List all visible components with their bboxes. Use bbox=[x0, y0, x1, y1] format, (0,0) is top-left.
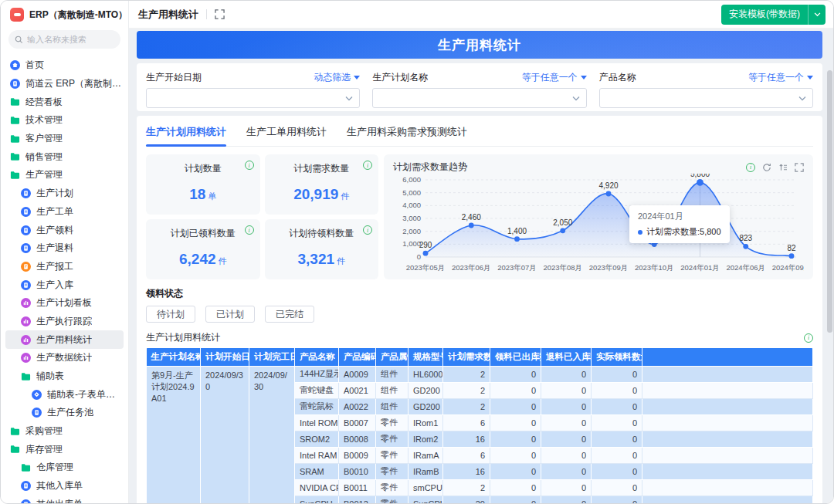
data-point bbox=[469, 223, 474, 228]
sidebar-item[interactable]: 生产工单 bbox=[5, 203, 124, 222]
sidebar-item[interactable]: 生产用料统计 bbox=[5, 330, 124, 349]
series-dot-icon bbox=[638, 230, 642, 235]
sidebar-item-label: 技术管理 bbox=[25, 113, 63, 127]
table-cell: 0 bbox=[592, 382, 642, 398]
sidebar-item[interactable]: 辅助表-子表单行数 bbox=[5, 385, 124, 404]
sidebar-item[interactable]: 生产入库 bbox=[5, 276, 124, 294]
doc-icon bbox=[21, 188, 31, 198]
info-icon[interactable]: i bbox=[245, 225, 254, 235]
board-icon bbox=[21, 335, 31, 345]
info-icon[interactable]: i bbox=[363, 225, 372, 235]
sort-icon[interactable] bbox=[778, 163, 788, 172]
table-cell: IRom1 bbox=[409, 414, 443, 431]
fullscreen-icon[interactable] bbox=[215, 9, 225, 19]
refresh-icon[interactable] bbox=[762, 163, 771, 172]
column-header: 领料已出库数量 bbox=[490, 348, 541, 366]
info-icon[interactable]: i bbox=[245, 161, 254, 170]
table-cell: 0 bbox=[541, 414, 592, 431]
info-icon[interactable]: i bbox=[363, 161, 372, 170]
sidebar-search[interactable] bbox=[8, 30, 120, 49]
stat-value: 3,321件 bbox=[265, 251, 379, 268]
table-cell bbox=[642, 447, 813, 463]
sidebar-item[interactable]: 采购管理 bbox=[5, 422, 124, 441]
install-template-button[interactable]: 安装模板(带数据) bbox=[721, 5, 826, 25]
table-cell: IRom2 bbox=[409, 431, 443, 447]
plan-name-cell: 第9月-生产计划2024.9A01 bbox=[147, 366, 201, 503]
data-point bbox=[514, 236, 520, 242]
sidebar-item[interactable]: 生产任务池 bbox=[5, 404, 124, 422]
table-cell bbox=[642, 366, 813, 382]
tab[interactable]: 生产用料采购需求预测统计 bbox=[347, 122, 467, 146]
sidebar-item-label: 生产任务池 bbox=[47, 406, 93, 419]
column-header: 实际领料数量 bbox=[592, 348, 642, 366]
filter-select[interactable] bbox=[146, 88, 360, 108]
sidebar-item[interactable]: 其他入库单 bbox=[5, 477, 124, 496]
table-cell: B0010 bbox=[339, 463, 376, 479]
sidebar-item[interactable]: 生产计划 bbox=[5, 184, 124, 203]
install-dropdown-button[interactable] bbox=[809, 5, 826, 25]
svg-text:2023年06月: 2023年06月 bbox=[452, 263, 491, 272]
stat-unit: 件 bbox=[337, 256, 345, 266]
doc-icon bbox=[32, 408, 42, 418]
filter-operator[interactable]: 等于任意一个 bbox=[748, 71, 813, 84]
table-cell: B0011 bbox=[339, 479, 376, 496]
filter-group: 生产计划名称 等于任意一个 bbox=[372, 71, 586, 111]
info-icon[interactable]: i bbox=[746, 163, 755, 172]
table-cell: 0 bbox=[490, 366, 541, 382]
status-button[interactable]: 已计划 bbox=[205, 306, 255, 323]
sidebar-item[interactable]: 经营看板 bbox=[5, 93, 124, 111]
sidebar-item[interactable]: 生产报工 bbox=[5, 258, 124, 276]
sidebar-item-label: 生产执行跟踪 bbox=[36, 315, 92, 328]
sidebar-item[interactable]: 技术管理 bbox=[5, 111, 124, 130]
svg-text:2024年09月: 2024年09月 bbox=[772, 263, 804, 272]
filter-operator[interactable]: 动态筛选 bbox=[314, 71, 360, 84]
sidebar-item[interactable]: 其他出库单 bbox=[5, 496, 124, 504]
filter-select[interactable] bbox=[372, 88, 586, 108]
status-button[interactable]: 已完结 bbox=[265, 306, 314, 323]
status-button[interactable]: 待计划 bbox=[146, 306, 195, 323]
chart-fullscreen-icon[interactable] bbox=[795, 163, 804, 172]
table-info-icon[interactable]: i bbox=[804, 333, 813, 343]
filter-operator[interactable]: 等于任意一个 bbox=[522, 71, 587, 84]
table-cell: 0 bbox=[592, 479, 642, 496]
table-cell: 16 bbox=[443, 431, 490, 447]
table-cell: 2 bbox=[443, 366, 490, 382]
table-cell: 零件 bbox=[376, 431, 409, 447]
sidebar-item[interactable]: 辅助表 bbox=[5, 367, 124, 386]
tab[interactable]: 生产计划用料统计 bbox=[146, 122, 226, 146]
scrollbar-thumb[interactable] bbox=[827, 70, 832, 333]
sidebar-item[interactable]: 销售管理 bbox=[5, 147, 124, 166]
sidebar-item[interactable]: 客户管理 bbox=[5, 130, 124, 148]
table-cell: 零件 bbox=[376, 463, 409, 479]
sidebar-item-label: 生产领料 bbox=[36, 224, 73, 237]
tag-icon bbox=[32, 390, 42, 400]
filter-select[interactable] bbox=[599, 88, 813, 108]
sidebar-item[interactable]: 首页 bbox=[5, 56, 124, 75]
sidebar-item[interactable]: 生产退料 bbox=[5, 239, 124, 258]
table-cell: Intel RAM bbox=[295, 447, 339, 463]
sidebar-item[interactable]: 生产计划看板 bbox=[5, 294, 124, 313]
column-header: 计划需求数量 bbox=[443, 348, 490, 366]
search-input[interactable] bbox=[27, 35, 112, 44]
table-cell: 零件 bbox=[376, 479, 409, 496]
table-cell: 0 bbox=[592, 447, 642, 463]
table-cell: 零件 bbox=[376, 496, 409, 503]
sidebar-item[interactable]: 库存管理 bbox=[5, 440, 124, 458]
app-title: ERP（离散制造-MTO） bbox=[29, 8, 127, 22]
tab[interactable]: 生产工单用料统计 bbox=[246, 122, 327, 146]
table-cell: SROM2 bbox=[295, 431, 339, 447]
sidebar-item[interactable]: 生产执行跟踪 bbox=[5, 313, 124, 331]
search-icon bbox=[15, 36, 23, 44]
svg-text:2023年05月: 2023年05月 bbox=[406, 263, 446, 272]
sidebar-item[interactable]: 生产领料 bbox=[5, 221, 124, 239]
table-cell: 2 bbox=[443, 479, 490, 496]
sidebar-item[interactable]: 生产数据统计 bbox=[5, 349, 124, 367]
plan-start-cell: 2024/09/30 bbox=[201, 366, 249, 503]
svg-text:2023年09月: 2023年09月 bbox=[589, 263, 629, 272]
sidebar-item[interactable]: 简道云 ERP（离散制造-MTO）... bbox=[5, 75, 124, 93]
sidebar-item[interactable]: 生产管理 bbox=[5, 166, 124, 184]
table-cell: 0 bbox=[490, 414, 541, 431]
stat-label: 计划数量 bbox=[185, 162, 222, 175]
table-cell: 0 bbox=[490, 496, 541, 503]
sidebar-item[interactable]: 仓库管理 bbox=[5, 458, 124, 477]
